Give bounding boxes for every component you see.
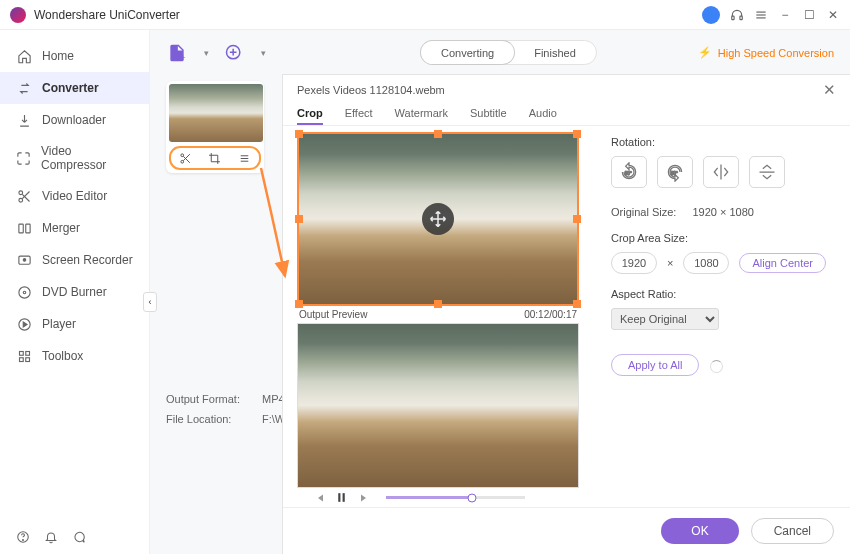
sidebar-item-editor[interactable]: Video Editor [0, 180, 149, 212]
grid-icon [16, 348, 32, 364]
file-location-label: File Location: [166, 413, 246, 425]
settings-icon[interactable] [237, 151, 251, 165]
user-avatar[interactable] [702, 6, 720, 24]
sidebar-item-toolbox[interactable]: Toolbox [0, 340, 149, 372]
sidebar-item-label: Screen Recorder [42, 253, 133, 267]
crop-handle[interactable] [295, 130, 303, 138]
converter-icon [16, 80, 32, 96]
modal-close-button[interactable]: ✕ [823, 81, 836, 99]
modal-footer: OK Cancel [283, 507, 850, 554]
maximize-button[interactable]: ☐ [802, 8, 816, 22]
svg-text:90°: 90° [625, 171, 632, 176]
crop-controls: Rotation: 90° 90° Original Size: 1920 × … [593, 126, 850, 507]
crop-handle[interactable] [434, 130, 442, 138]
crop-handle[interactable] [573, 300, 581, 308]
high-speed-toggle[interactable]: ⚡ High Speed Conversion [698, 46, 834, 59]
sidebar-item-label: Video Editor [42, 189, 107, 203]
caret-icon[interactable]: ▾ [204, 48, 209, 58]
crop-handle[interactable] [295, 215, 303, 223]
add-file-button[interactable]: + [166, 42, 188, 64]
tab-subtitle[interactable]: Subtitle [470, 103, 507, 125]
sidebar-item-label: Downloader [42, 113, 106, 127]
original-size-label: Original Size: [611, 206, 676, 218]
crop-height-input[interactable] [683, 252, 729, 274]
sidebar-item-compressor[interactable]: Video Compressor [0, 136, 149, 180]
sidebar-item-merger[interactable]: Merger [0, 212, 149, 244]
prev-button[interactable] [311, 490, 326, 505]
pause-button[interactable] [334, 490, 349, 505]
collapse-sidebar-button[interactable]: ‹ [143, 292, 157, 312]
seek-track[interactable] [386, 496, 525, 499]
crop-handle[interactable] [573, 215, 581, 223]
svg-point-12 [23, 258, 26, 261]
svg-rect-1 [740, 16, 742, 20]
move-handle-icon[interactable] [422, 203, 454, 235]
align-center-button[interactable]: Align Center [739, 253, 826, 273]
merge-icon [16, 220, 32, 236]
sidebar-item-dvd[interactable]: DVD Burner [0, 276, 149, 308]
seek-fill [386, 496, 472, 499]
crop-area-label: Crop Area Size: [611, 232, 832, 244]
ok-button[interactable]: OK [661, 518, 738, 544]
add-folder-button[interactable] [223, 42, 245, 64]
toolbar: + ▾ ▾ Converting Finished ⚡ High Speed C… [150, 30, 850, 75]
home-icon [16, 48, 32, 64]
download-icon [16, 112, 32, 128]
media-card[interactable] [166, 81, 264, 173]
tab-finished[interactable]: Finished [514, 41, 596, 64]
aspect-ratio-select[interactable]: Keep Original [611, 308, 719, 330]
cancel-button[interactable]: Cancel [751, 518, 834, 544]
rotate-left-button[interactable]: 90° [611, 156, 647, 188]
output-format-label: Output Format: [166, 393, 246, 405]
sidebar-item-player[interactable]: Player [0, 308, 149, 340]
time-display: 00:12/00:17 [524, 309, 577, 320]
bolt-icon: ⚡ [698, 46, 712, 59]
app-logo [10, 7, 26, 23]
flip-horizontal-button[interactable] [703, 156, 739, 188]
svg-rect-16 [19, 351, 23, 355]
tab-audio[interactable]: Audio [529, 103, 557, 125]
minimize-button[interactable]: − [778, 8, 792, 22]
sidebar-item-label: Converter [42, 81, 99, 95]
tab-effect[interactable]: Effect [345, 103, 373, 125]
feedback-icon[interactable] [72, 530, 86, 544]
crop-viewport[interactable] [297, 132, 579, 306]
next-button[interactable] [357, 490, 372, 505]
caret-icon[interactable]: ▾ [261, 48, 266, 58]
seek-thumb[interactable] [468, 493, 477, 502]
crop-handle[interactable] [295, 300, 303, 308]
headset-icon[interactable] [730, 8, 744, 22]
sidebar-item-label: Merger [42, 221, 80, 235]
tab-segment: Converting Finished [420, 40, 597, 65]
trim-icon[interactable] [179, 151, 193, 165]
sidebar-item-label: Toolbox [42, 349, 83, 363]
crop-handle[interactable] [573, 130, 581, 138]
sidebar-item-converter[interactable]: Converter [0, 72, 149, 104]
sidebar-item-home[interactable]: Home [0, 40, 149, 72]
loading-icon [710, 360, 723, 373]
tab-watermark[interactable]: Watermark [395, 103, 448, 125]
tab-converting[interactable]: Converting [421, 41, 514, 64]
output-preview-label: Output Preview [299, 309, 367, 320]
sidebar-item-label: DVD Burner [42, 285, 107, 299]
sidebar-item-recorder[interactable]: Screen Recorder [0, 244, 149, 276]
apply-to-all-button[interactable]: Apply to All [611, 354, 699, 376]
help-icon[interactable] [16, 530, 30, 544]
crop-icon[interactable] [208, 151, 222, 165]
close-button[interactable]: ✕ [826, 8, 840, 22]
crop-width-input[interactable] [611, 252, 657, 274]
bell-icon[interactable] [44, 530, 58, 544]
flip-vertical-button[interactable] [749, 156, 785, 188]
tab-crop[interactable]: Crop [297, 103, 323, 125]
disc-icon [16, 284, 32, 300]
menu-icon[interactable] [754, 8, 768, 22]
recorder-icon [16, 252, 32, 268]
crop-handle[interactable] [434, 300, 442, 308]
card-toolbar [169, 146, 261, 170]
original-size-value: 1920 × 1080 [692, 206, 753, 218]
title-bar: Wondershare UniConverter − ☐ ✕ [0, 0, 850, 30]
svg-point-5 [18, 190, 22, 194]
rotate-right-button[interactable]: 90° [657, 156, 693, 188]
sidebar-item-downloader[interactable]: Downloader [0, 104, 149, 136]
svg-rect-17 [25, 351, 29, 355]
